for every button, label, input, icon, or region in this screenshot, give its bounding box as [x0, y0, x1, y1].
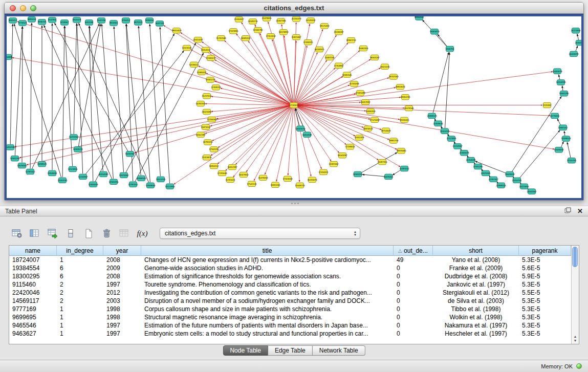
graph-node[interactable]: 12343078 — [88, 182, 98, 187]
graph-node[interactable]: 1946794 — [446, 46, 454, 51]
graph-edge[interactable] — [17, 21, 290, 104]
table-row[interactable]: 1456911722003Disruption of a novel membe… — [9, 297, 579, 305]
cell-in_degree[interactable]: 1 — [57, 305, 103, 313]
cell-out_degree[interactable]: 0 — [394, 313, 433, 321]
graph-node[interactable]: 17456321 — [318, 169, 329, 174]
cell-out_degree[interactable]: 0 — [394, 264, 433, 272]
graph-node[interactable]: 15946782 — [253, 28, 263, 33]
graph-node[interactable]: 15324876 — [202, 155, 212, 160]
graph-edge[interactable] — [298, 72, 553, 105]
graph-edge[interactable] — [298, 106, 364, 127]
graph-edge[interactable] — [559, 75, 560, 80]
graph-node[interactable]: 16248975 — [314, 47, 324, 52]
graph-node[interactable]: 9542290 — [97, 18, 106, 23]
cell-year[interactable]: 1997 — [103, 330, 141, 338]
graph-node[interactable]: 20145632 — [306, 18, 316, 23]
graph-node[interactable]: 15648723 — [295, 183, 305, 188]
column-header-name[interactable]: name — [9, 246, 57, 256]
graph-node[interactable]: 18754623 — [381, 128, 391, 133]
graph-node[interactable]: 12676301 — [119, 172, 129, 178]
graph-edge[interactable] — [561, 142, 563, 147]
graph-edge[interactable] — [564, 131, 565, 136]
graph-node[interactable]: 15987462 — [329, 161, 339, 166]
graph-edge[interactable] — [102, 24, 114, 179]
cell-in_degree[interactable]: 6 — [57, 272, 103, 280]
graph-node[interactable]: 10454189 — [7, 145, 15, 150]
cell-short[interactable]: Hescheler et al. (1997) — [433, 330, 519, 338]
tab-edge-table[interactable]: Edge Table — [268, 345, 313, 356]
graph-edge[interactable] — [198, 66, 290, 104]
graph-node[interactable]: 19853624 — [395, 84, 405, 90]
delete-trash-button[interactable] — [99, 227, 114, 240]
graph-node[interactable]: 10565290 — [10, 156, 20, 161]
graph-node[interactable]: 18125463 — [319, 24, 330, 29]
graph-edge[interactable] — [12, 58, 290, 105]
table-row[interactable]: 1938455462009Genome-wide association stu… — [9, 264, 579, 272]
graph-node[interactable]: 10554189 — [556, 80, 566, 85]
graph-node[interactable]: 16685324 — [241, 35, 251, 40]
import-table-button[interactable] — [45, 227, 60, 240]
graph-node[interactable]: 15762348 — [216, 35, 226, 40]
graph-node[interactable]: 12232967 — [78, 174, 88, 179]
graph-node[interactable]: 15478263 — [258, 175, 268, 180]
cell-in_degree[interactable]: 6 — [57, 264, 103, 272]
graph-edge[interactable] — [576, 46, 578, 52]
scrollbar-thumb[interactable] — [572, 247, 578, 267]
export-table-button-disabled[interactable] — [117, 227, 132, 240]
graph-edge[interactable] — [519, 130, 560, 178]
graph-node[interactable]: 16327854 — [238, 172, 249, 177]
graph-node[interactable]: 9996745 — [38, 19, 47, 25]
cell-title[interactable]: Corpus callosum shape and size in male p… — [141, 305, 394, 313]
graph-node[interactable]: 20676301 — [383, 174, 394, 179]
network-window[interactable]: citations_edges.txt 17240631861042412019… — [4, 2, 584, 201]
graph-node[interactable]: 17496325 — [303, 39, 313, 45]
graph-edge[interactable] — [62, 26, 64, 178]
graph-node[interactable]: 11898523 — [37, 161, 47, 166]
cell-year[interactable]: 2012 — [103, 289, 141, 297]
graph-node[interactable]: 17235648 — [217, 170, 227, 176]
graph-edge[interactable] — [126, 43, 196, 172]
graph-edge[interactable] — [218, 106, 290, 147]
graph-node[interactable]: 11909634 — [48, 170, 57, 176]
cell-short[interactable]: Franke et al. (2009) — [433, 264, 519, 272]
cell-title[interactable]: Tourette syndrome. Phenomenology and cla… — [141, 280, 394, 289]
graph-node[interactable]: 15823467 — [291, 35, 301, 40]
graph-node[interactable]: 24221856 — [571, 28, 581, 33]
graph-node[interactable]: 22565290 — [473, 164, 483, 169]
table-row[interactable]: 911546021997Tourette syndrome. Phenomeno… — [9, 280, 579, 289]
graph-node[interactable]: 22898523 — [496, 183, 506, 188]
cell-year[interactable]: 2008 — [103, 272, 141, 280]
cell-out_degree[interactable]: 0 — [394, 305, 433, 313]
column-header-out_degree[interactable]: △out_de... — [394, 246, 433, 256]
graph-node[interactable]: 18394562 — [414, 16, 424, 20]
graph-edge[interactable] — [562, 86, 563, 91]
graph-node[interactable]: 16543287 — [337, 153, 347, 158]
graph-edge[interactable] — [296, 60, 327, 103]
graph-node[interactable]: 9774523 — [18, 20, 27, 26]
graph-node[interactable]: 12010745 — [57, 178, 68, 183]
graph-edge[interactable] — [27, 106, 290, 165]
network-graph-canvas[interactable]: 1724063186104241201924515610437166542021… — [7, 16, 581, 198]
cell-pagerank[interactable]: 5.9E-5 — [519, 272, 571, 280]
float-panel-icon[interactable] — [564, 207, 571, 215]
graph-node[interactable]: 18742563 — [388, 74, 399, 79]
graph-node[interactable]: 20565290 — [353, 171, 363, 177]
graph-edge[interactable] — [74, 24, 77, 134]
graph-edge[interactable] — [298, 105, 550, 116]
cell-title[interactable]: Disruption of a novel member of a sodium… — [141, 297, 394, 305]
graph-node[interactable]: 11776301 — [550, 113, 560, 118]
graph-node[interactable]: 24443078 — [569, 51, 579, 56]
graph-node[interactable]: 14454189 — [302, 132, 312, 137]
graph-node[interactable]: 9107856 — [48, 17, 57, 23]
graph-node[interactable]: 15687234 — [324, 55, 335, 60]
cell-out_degree[interactable]: 0 — [394, 297, 433, 305]
cell-title[interactable]: Investigating the contribution of common… — [141, 289, 394, 297]
cell-short[interactable]: Nakamura et al. (1997) — [433, 321, 519, 330]
graph-node[interactable]: 20589716 — [248, 19, 258, 24]
graph-node[interactable]: 21898523 — [427, 113, 437, 118]
cell-name[interactable]: 9465546 — [9, 321, 57, 330]
graph-node[interactable]: 19465873 — [429, 29, 440, 34]
graph-node[interactable]: 21909634 — [433, 121, 443, 126]
graph-node[interactable]: 15632478 — [354, 135, 364, 140]
cell-year[interactable]: 2009 — [103, 264, 141, 272]
